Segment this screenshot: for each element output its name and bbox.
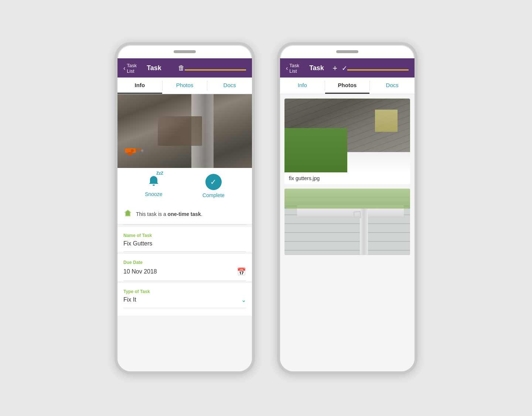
trees-background <box>284 189 410 209</box>
svg-point-3 <box>131 149 134 152</box>
complete-icon: ✓ <box>205 174 222 190</box>
app-container: ‹ Task List Task 🗑 Info Photos <box>100 27 432 389</box>
phone-2-screen: ‹ Task List Task + ✓ Info <box>280 58 415 371</box>
downspout-elbow <box>353 211 361 219</box>
nav-actions-2: + ✓ <box>332 63 348 73</box>
back-label-2: Task List <box>289 63 301 74</box>
type-of-task-value[interactable]: Fix It <box>123 296 136 303</box>
debris-decoration <box>158 116 202 146</box>
tabs-1: Info Photos Docs <box>117 78 252 94</box>
dropdown-chevron-icon[interactable]: ⌄ <box>241 296 246 303</box>
zzz-icon: ZzZ <box>156 171 163 175</box>
one-time-bold: one-time task <box>168 211 201 217</box>
nav-actions-1: 🗑 <box>170 64 185 72</box>
photo-card-2[interactable] <box>284 189 410 255</box>
trash-icon[interactable]: 🗑 <box>178 64 185 72</box>
nav-bar-1: ‹ Task List Task 🗑 <box>117 58 252 78</box>
svg-rect-1 <box>135 149 142 150</box>
photo-card-1[interactable]: fix gutters.jpg <box>284 99 410 184</box>
type-of-task-section: Type of Task Fix It ⌄ <box>117 283 252 316</box>
bell-container: ZzZ <box>148 175 160 189</box>
plus-icon[interactable]: + <box>332 63 337 73</box>
tab-info-2[interactable]: Info <box>280 78 325 94</box>
back-button-1[interactable]: ‹ Task List <box>123 63 139 74</box>
snooze-icon-container: ZzZ <box>148 175 160 189</box>
snooze-label: Snooze <box>145 191 162 197</box>
name-of-task-value[interactable]: Fix Gutters <box>123 240 246 252</box>
nav-underline-2 <box>347 69 409 71</box>
downspout <box>360 209 368 255</box>
svg-rect-2 <box>128 152 132 155</box>
tab-photos-2[interactable]: Photos <box>325 78 370 94</box>
separator-1 <box>123 224 246 225</box>
phone-1: ‹ Task List Task 🗑 Info Photos <box>115 42 255 374</box>
checkmark-icon: ✓ <box>210 178 216 186</box>
due-date-label: Due Date <box>123 260 246 265</box>
lawn-green <box>284 128 347 172</box>
hero-image-1 <box>117 94 252 168</box>
back-label-1: Task List <box>127 63 139 74</box>
drill-icon <box>125 144 143 161</box>
tab-photos-1[interactable]: Photos <box>163 78 207 94</box>
check-icon[interactable]: ✓ <box>342 64 347 72</box>
nav-bar-2: ‹ Task List Task + ✓ <box>280 58 415 78</box>
name-of-task-section: Name of Task Fix Gutters <box>117 227 252 252</box>
photo-image-2 <box>284 189 410 255</box>
snooze-action[interactable]: ZzZ Snooze <box>145 175 162 197</box>
one-time-text: This task is a one-time task. <box>136 211 202 217</box>
calendar-icon[interactable]: 📅 <box>237 267 246 276</box>
photos-grid: fix gutters.jpg <box>280 94 415 259</box>
due-date-row: 10 Nov 2018 📅 <box>123 267 246 281</box>
back-button-2[interactable]: ‹ Task List <box>286 63 301 74</box>
svg-rect-4 <box>141 149 143 152</box>
nav-title-2: Task <box>301 64 332 72</box>
phone-1-screen: ‹ Task List Task 🗑 Info Photos <box>117 58 252 371</box>
photo-filename-1: fix gutters.jpg <box>284 172 410 184</box>
foliage <box>375 110 398 132</box>
phone-speaker <box>174 50 196 53</box>
action-row: ZzZ Snooze ✓ Complete <box>117 168 252 204</box>
photo-image-1 <box>284 99 410 172</box>
tab-docs-1[interactable]: Docs <box>207 78 252 94</box>
nav-underline-1 <box>185 69 246 71</box>
house-icon <box>123 209 132 220</box>
back-arrow-2: ‹ <box>286 65 288 72</box>
due-date-section: Due Date 10 Nov 2018 📅 <box>117 254 252 281</box>
phone-speaker-2 <box>336 50 358 53</box>
type-of-task-row: Fix It ⌄ <box>123 296 246 308</box>
nav-title-1: Task <box>139 64 170 72</box>
svg-rect-5 <box>153 185 155 186</box>
tabs-2: Info Photos Docs <box>280 78 415 94</box>
phone-2: ‹ Task List Task + ✓ Info <box>277 42 417 374</box>
name-of-task-label: Name of Task <box>123 233 246 238</box>
one-time-task-row: This task is a one-time task. <box>117 204 252 224</box>
tab-info-1[interactable]: Info <box>117 78 162 94</box>
type-of-task-label: Type of Task <box>123 289 246 294</box>
complete-label: Complete <box>202 192 225 198</box>
tab-docs-2[interactable]: Docs <box>370 78 415 94</box>
due-date-value[interactable]: 10 Nov 2018 <box>123 268 157 275</box>
complete-action[interactable]: ✓ Complete <box>202 174 225 198</box>
back-arrow-1: ‹ <box>123 65 125 72</box>
